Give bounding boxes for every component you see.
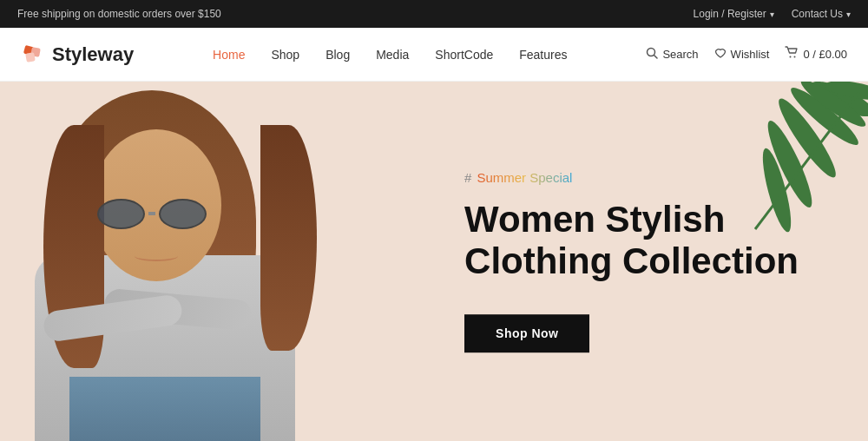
subtitle-hash: #: [464, 170, 471, 185]
nav-links: Home Shop Blog Media ShortCode Features: [213, 47, 567, 63]
nav-link-media[interactable]: Media: [376, 48, 409, 62]
wishlist-label: Wishlist: [731, 48, 770, 61]
search-icon: [646, 47, 658, 62]
login-register-link[interactable]: Login / Register: [694, 8, 774, 20]
hero-subtitle: # Summer Special: [464, 170, 799, 185]
svg-rect-2: [25, 52, 36, 63]
nav-link-features[interactable]: Features: [519, 48, 567, 62]
top-bar-right: Login / Register Contact Us: [694, 8, 851, 20]
wishlist-link[interactable]: Wishlist: [714, 47, 770, 62]
nav-item-media[interactable]: Media: [376, 47, 409, 63]
svg-line-4: [654, 56, 658, 59]
hero-content: # Summer Special Women Stylish Clothing …: [464, 170, 799, 352]
search-link[interactable]: Search: [646, 47, 698, 62]
nav-link-home[interactable]: Home: [213, 48, 245, 62]
nav-item-shortcode[interactable]: ShortCode: [435, 47, 493, 63]
hero-title-line2: Clothing Collection: [464, 241, 799, 282]
contact-us-link[interactable]: Contact Us: [792, 8, 851, 20]
nav-item-shop[interactable]: Shop: [271, 47, 299, 63]
nav-item-features[interactable]: Features: [519, 47, 567, 63]
nav-actions: Search Wishlist 0 / £0.00: [646, 46, 847, 63]
logo-link[interactable]: Styleway: [21, 43, 134, 67]
model-jeans: [69, 377, 260, 441]
search-label: Search: [662, 48, 698, 61]
model-sunglasses: [97, 199, 207, 229]
logo-icon: [21, 43, 45, 67]
model-hair-right: [260, 125, 317, 351]
shipping-notice: Free shipping on domestic orders over $1…: [17, 8, 221, 20]
top-bar: Free shipping on domestic orders over $1…: [0, 0, 868, 28]
subtitle-text: Summer Special: [477, 170, 572, 185]
hero-title: Women Stylish Clothing Collection: [464, 199, 799, 283]
nav-link-shop[interactable]: Shop: [271, 48, 299, 62]
nav-item-home[interactable]: Home: [213, 47, 245, 63]
nav-link-blog[interactable]: Blog: [326, 48, 350, 62]
hero-section: # Summer Special Women Stylish Clothing …: [0, 82, 868, 441]
logo-text: Styleway: [52, 43, 134, 66]
nav-item-blog[interactable]: Blog: [326, 47, 350, 63]
navbar: Styleway Home Shop Blog Media ShortCode …: [0, 28, 868, 82]
hero-title-line1: Women Stylish: [464, 199, 725, 240]
cart-icon: [785, 46, 799, 63]
nav-link-shortcode[interactable]: ShortCode: [435, 48, 493, 62]
model-smile: [135, 251, 178, 261]
shop-now-button[interactable]: Shop Now: [464, 314, 589, 352]
heart-icon: [714, 47, 727, 62]
svg-point-5: [790, 56, 792, 58]
hero-model-area: [0, 82, 417, 441]
cart-count: 0 / £0.00: [803, 48, 847, 61]
svg-point-6: [794, 56, 796, 58]
cart-link[interactable]: 0 / £0.00: [785, 46, 847, 63]
